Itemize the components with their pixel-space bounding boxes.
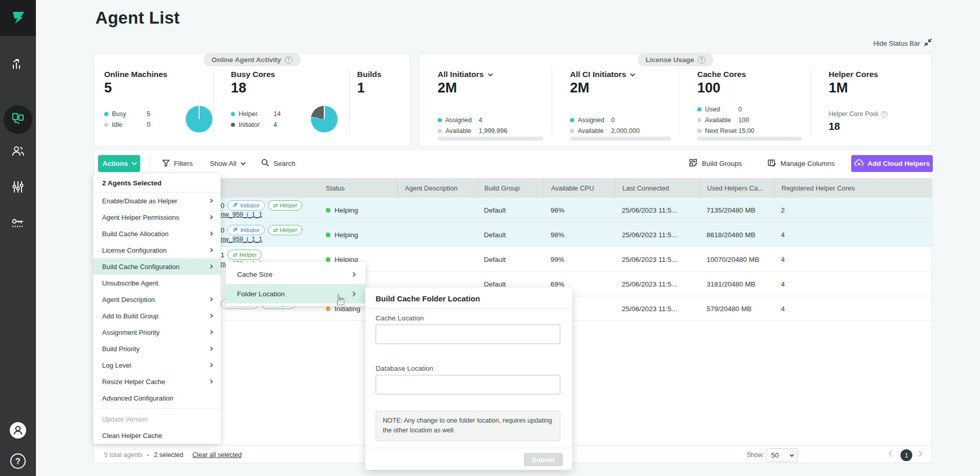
database-location-input[interactable] bbox=[376, 375, 560, 394]
legend-row: Available1,999,996 bbox=[438, 127, 472, 135]
chevron-right-icon bbox=[209, 347, 213, 351]
menu-item-build-cache-allocation[interactable]: Build Cache Allocation bbox=[93, 225, 221, 242]
sidebar-item-agents-active[interactable] bbox=[0, 105, 36, 134]
panel-column-divider bbox=[679, 68, 679, 136]
last-connected-cell: 25/06/2023 11:5... bbox=[615, 198, 699, 222]
hide-status-bar-label: Hide Status Bar bbox=[873, 40, 920, 47]
clear-all-selected-link[interactable]: Clear all selected bbox=[192, 446, 242, 464]
build-groups-button[interactable]: Build Groups bbox=[689, 155, 742, 172]
sidebar-help[interactable]: ? bbox=[0, 448, 36, 476]
filters-button[interactable]: Filters bbox=[162, 155, 193, 172]
menu-item-assignment-priority[interactable]: Assignment Priority bbox=[93, 324, 221, 340]
cores-cell: 4 bbox=[774, 296, 932, 321]
sync-arrows-icon: ⇄ bbox=[273, 202, 278, 209]
page-size-select[interactable]: 50 bbox=[766, 448, 798, 462]
avatar-icon bbox=[9, 422, 27, 441]
incredibuild-logo-icon bbox=[9, 8, 27, 28]
menu-item-clean-helper-cache[interactable]: Clean Helper Cache bbox=[93, 427, 221, 444]
chevron-right-icon bbox=[351, 272, 356, 277]
menu-item-agent-description[interactable]: Agent Description bbox=[93, 291, 221, 308]
next-page-button[interactable] bbox=[916, 450, 923, 457]
menu-item-license-configuration[interactable]: License Configuration bbox=[93, 242, 221, 258]
legend-row: Busy5 bbox=[104, 110, 126, 118]
info-icon[interactable] bbox=[881, 111, 888, 118]
stat-value: 1 bbox=[357, 80, 365, 96]
column-header-agent-description[interactable]: Agent Description bbox=[397, 178, 477, 198]
key-icon bbox=[11, 216, 25, 233]
menu-item-log-level[interactable]: Log Level bbox=[93, 357, 221, 373]
sidebar-item-users[interactable] bbox=[0, 138, 36, 166]
build-cache-folder-location-dialog: Build Cache Folder Location Cache Locati… bbox=[365, 288, 572, 470]
stat-value: 2M bbox=[438, 80, 457, 96]
sidebar-item-licenses[interactable] bbox=[0, 210, 36, 239]
used-helpers-cell: 579/20480 MB bbox=[699, 296, 774, 321]
active-item-circle bbox=[4, 105, 32, 134]
legend-row: Helper14 bbox=[231, 110, 258, 118]
show-all-dropdown[interactable]: Show All bbox=[210, 155, 244, 172]
legend-row: Initiator4 bbox=[231, 121, 260, 128]
legend-row: Idle0 bbox=[104, 121, 122, 128]
cores-cell: 2 bbox=[774, 198, 932, 222]
pie-divider-line bbox=[199, 106, 200, 119]
sidebar: ? bbox=[0, 0, 36, 476]
pie-chart bbox=[186, 106, 212, 132]
menu-item-unsubscribe-agent[interactable]: Unsubscribe Agent bbox=[93, 275, 221, 291]
menu-item-resize-helper-cache[interactable]: Resize Helper Cache bbox=[93, 373, 221, 390]
column-header-status[interactable]: Status bbox=[319, 178, 397, 198]
last-connected-cell: 25/06/2023 11:5... bbox=[615, 222, 699, 247]
svg-text:?: ? bbox=[15, 457, 21, 466]
cpu-cell: 96% bbox=[543, 198, 615, 222]
agent-name-link[interactable]: nw_959_i_1_1 bbox=[221, 211, 262, 218]
agent-name-link[interactable]: nw_959_i_1_1 bbox=[221, 236, 262, 243]
actions-button[interactable]: Actions bbox=[98, 155, 140, 172]
menu-item-advanced-configuration[interactable]: Advanced Configuration bbox=[93, 390, 221, 406]
stat-title: Online Machines bbox=[104, 70, 167, 79]
manage-columns-button[interactable]: Manage Columns bbox=[768, 155, 835, 172]
legend-dot-icon bbox=[104, 123, 108, 127]
panel-column-divider bbox=[349, 68, 349, 136]
hide-status-bar-button[interactable]: Hide Status Bar bbox=[873, 38, 932, 48]
chevron-right-icon bbox=[209, 379, 213, 384]
column-header-available-cpu[interactable]: Available CPU bbox=[543, 178, 615, 198]
legend-dot-icon bbox=[438, 118, 442, 122]
menu-item-build-priority[interactable]: Build Priority bbox=[93, 340, 221, 357]
current-page-button[interactable]: 1 bbox=[900, 449, 912, 461]
license-usage-panel: License Usage All Initiators2MAssigned4A… bbox=[419, 53, 932, 147]
add-cloud-helpers-button[interactable]: Add Cloud Helpers bbox=[851, 155, 933, 172]
column-header-last-connected[interactable]: Last Connected bbox=[615, 178, 699, 198]
agent-badges: 1⇄Helper bbox=[221, 250, 262, 260]
sync-arrows-icon: ⇄ bbox=[273, 227, 278, 234]
collapse-arrows-icon bbox=[924, 38, 932, 48]
mouse-cursor-hand-icon bbox=[331, 293, 349, 307]
search-button[interactable]: Search bbox=[261, 155, 296, 172]
cache-location-input[interactable] bbox=[376, 325, 560, 344]
column-header-registered-helper-cores[interactable]: Registered Helper Cores bbox=[774, 178, 932, 198]
sidebar-item-dashboard[interactable] bbox=[0, 51, 36, 80]
menu-item-enable-disable-as-helper[interactable]: Enable/Disable as Helper bbox=[93, 193, 221, 209]
footer-dot bbox=[147, 446, 149, 464]
brand-logo[interactable] bbox=[0, 0, 36, 36]
prev-page-button[interactable] bbox=[888, 450, 895, 457]
status-cell: Helping bbox=[319, 198, 397, 222]
column-header-build-group[interactable]: Build Group bbox=[477, 178, 543, 198]
menu-items: Enable/Disable as HelperAgent Helper Per… bbox=[93, 193, 221, 444]
submenu-item-cache-size[interactable]: Cache Size bbox=[226, 264, 365, 284]
menu-item-agent-helper-permissions[interactable]: Agent Helper Permissions bbox=[93, 209, 221, 225]
dialog-note: NOTE: Any change to one folder location,… bbox=[376, 411, 560, 441]
menu-item-build-cache-configuration[interactable]: Build Cache Configuration bbox=[93, 258, 221, 275]
sidebar-item-settings[interactable] bbox=[0, 174, 36, 202]
last-connected-cell: 25/06/2023 11:5... bbox=[615, 272, 699, 296]
menu-item-add-to-build-group[interactable]: Add to Build Group bbox=[93, 308, 221, 324]
submit-button[interactable]: Submit bbox=[524, 453, 563, 466]
column-header-used-helpers-ca[interactable]: Used Helpers Ca... bbox=[699, 178, 774, 198]
agent-badges: 0Initiator⇄Helper bbox=[221, 225, 302, 235]
stat-title[interactable]: All Initiators bbox=[438, 70, 492, 79]
build-group-cell: Default bbox=[477, 198, 543, 222]
info-icon[interactable] bbox=[698, 56, 705, 64]
stat-title[interactable]: All CI Initiators bbox=[570, 70, 634, 79]
build-group-cell: Default bbox=[477, 222, 543, 247]
cores-cell: 4 bbox=[774, 272, 932, 296]
sidebar-user-avatar[interactable] bbox=[0, 417, 36, 446]
info-icon[interactable] bbox=[285, 56, 292, 64]
legend-dot-icon bbox=[697, 107, 701, 111]
